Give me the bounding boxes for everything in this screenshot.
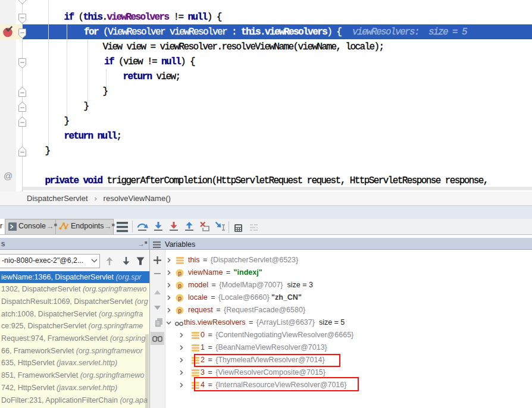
svg-text:p: p — [178, 294, 181, 301]
svg-text:p: p — [178, 269, 181, 276]
svg-text:p: p — [178, 307, 181, 313]
svg-text:p: p — [178, 282, 181, 288]
